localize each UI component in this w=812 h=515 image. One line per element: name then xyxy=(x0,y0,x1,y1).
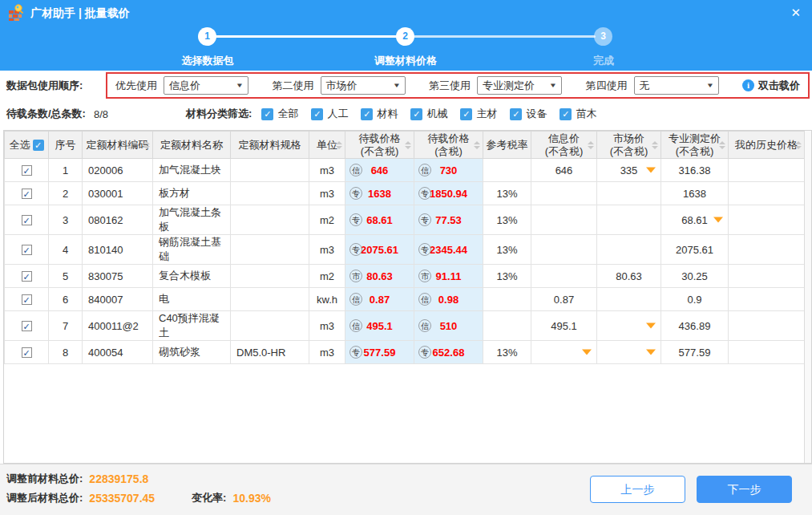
category-checkbox-item[interactable]: ✓全部 xyxy=(261,107,298,121)
pending-price-cell[interactable]: 专68.61 xyxy=(345,205,414,235)
price-option-cell[interactable] xyxy=(597,341,661,364)
price-option-cell[interactable] xyxy=(531,265,597,288)
row-select-cell[interactable]: ✓ xyxy=(5,265,49,288)
checkbox-checked-icon[interactable]: ✓ xyxy=(33,140,44,151)
priority-1-select[interactable]: 信息价 ▼ xyxy=(164,76,248,95)
load-price-arrow-icon[interactable] xyxy=(646,168,656,173)
column-header-check[interactable]: 全选✓ xyxy=(5,132,49,159)
price-option-cell[interactable]: 577.59 xyxy=(661,341,729,364)
price-option-cell[interactable]: 80.63 xyxy=(597,265,661,288)
column-header-unit[interactable]: 单位 xyxy=(309,132,345,159)
vertical-scrollbar[interactable] xyxy=(804,131,811,463)
category-checkbox-item[interactable]: ✓机械 xyxy=(410,107,447,121)
price-option-cell[interactable]: 1638 xyxy=(661,182,729,205)
row-checkbox[interactable]: ✓ xyxy=(22,271,32,282)
column-header-tax[interactable]: 参考税率 xyxy=(483,132,531,159)
pending-price-cell[interactable]: 专577.59 xyxy=(345,341,414,364)
price-option-cell[interactable]: 30.25 xyxy=(661,265,729,288)
select-all[interactable]: 全选✓ xyxy=(10,139,44,152)
column-header-seq[interactable]: 序号 xyxy=(49,132,83,159)
row-checkbox[interactable]: ✓ xyxy=(22,165,32,176)
pending-price-cell[interactable]: 信646 xyxy=(345,159,414,182)
pending-price-cell[interactable]: 专1850.94 xyxy=(414,182,483,205)
sort-arrows-icon[interactable] xyxy=(652,141,658,149)
row-checkbox[interactable]: ✓ xyxy=(22,294,32,305)
checkbox-checked-icon[interactable]: ✓ xyxy=(311,108,323,120)
previous-step-button[interactable]: 上一步 xyxy=(590,476,685,503)
priority-2-select[interactable]: 市场价 ▼ xyxy=(321,76,406,95)
column-header-price_incl[interactable]: 待载价格 (含税) xyxy=(414,132,483,159)
column-header-history[interactable]: 我的历史价格 xyxy=(729,132,805,159)
column-header-price_excl[interactable]: 待载价格 (不含税) xyxy=(345,132,414,159)
load-price-arrow-icon[interactable] xyxy=(646,350,656,355)
checkbox-checked-icon[interactable]: ✓ xyxy=(361,108,373,120)
price-option-cell[interactable] xyxy=(531,235,597,265)
price-option-cell[interactable]: 335 xyxy=(597,159,661,182)
sort-arrows-icon[interactable] xyxy=(474,141,480,149)
pending-price-cell[interactable]: 专2075.61 xyxy=(345,235,414,265)
sort-arrows-icon[interactable] xyxy=(143,141,150,149)
next-step-button[interactable]: 下一步 xyxy=(697,476,792,503)
row-select-cell[interactable]: ✓ xyxy=(5,182,49,205)
row-checkbox[interactable]: ✓ xyxy=(22,245,32,255)
pending-price-cell[interactable]: 专1638 xyxy=(345,182,414,205)
price-option-cell[interactable]: 436.89 xyxy=(661,311,729,341)
price-option-cell[interactable] xyxy=(597,182,661,205)
price-option-cell[interactable]: 316.38 xyxy=(661,159,729,182)
category-checkbox-item[interactable]: ✓主材 xyxy=(460,107,497,121)
price-option-cell[interactable] xyxy=(597,235,661,265)
price-option-cell[interactable] xyxy=(597,311,661,341)
pending-price-cell[interactable]: 信0.87 xyxy=(345,288,414,311)
category-checkbox-item[interactable]: ✓人工 xyxy=(311,107,348,121)
sort-arrows-icon[interactable] xyxy=(405,141,411,149)
category-checkbox-item[interactable]: ✓材料 xyxy=(361,107,398,121)
row-checkbox[interactable]: ✓ xyxy=(22,321,32,331)
price-option-cell[interactable] xyxy=(531,182,597,205)
priority-4-select[interactable]: 无 ▼ xyxy=(634,76,719,95)
row-select-cell[interactable]: ✓ xyxy=(5,235,49,265)
category-checkbox-item[interactable]: ✓苗木 xyxy=(560,107,596,121)
category-checkbox-item[interactable]: ✓设备 xyxy=(510,107,547,121)
column-header-market[interactable]: 市场价 (不含税) xyxy=(597,132,661,159)
column-header-spec[interactable]: 定额材料规格 xyxy=(231,132,309,159)
pending-price-cell[interactable]: 专652.68 xyxy=(414,341,483,364)
pending-price-cell[interactable]: 信510 xyxy=(414,311,483,341)
close-icon[interactable]: ✕ xyxy=(790,6,801,20)
row-select-cell[interactable]: ✓ xyxy=(5,311,49,341)
price-option-cell[interactable]: 646 xyxy=(531,159,597,182)
sort-arrows-icon[interactable] xyxy=(795,141,802,149)
price-option-cell[interactable] xyxy=(597,205,661,235)
column-header-info[interactable]: 信息价 (不含税) xyxy=(531,132,597,159)
column-header-prof[interactable]: 专业测定价 (不含税) xyxy=(661,132,729,159)
row-select-cell[interactable]: ✓ xyxy=(5,205,49,235)
price-option-cell[interactable] xyxy=(531,341,597,364)
pending-price-cell[interactable]: 市91.11 xyxy=(414,265,483,288)
price-option-cell[interactable]: 2075.61 xyxy=(661,235,729,265)
price-option-cell[interactable]: 495.1 xyxy=(531,311,597,341)
pending-price-cell[interactable]: 专77.53 xyxy=(414,205,483,235)
load-price-arrow-icon[interactable] xyxy=(713,217,723,223)
load-price-arrow-icon[interactable] xyxy=(646,323,656,329)
checkbox-checked-icon[interactable]: ✓ xyxy=(410,108,422,120)
pending-price-cell[interactable]: 信0.98 xyxy=(414,288,483,311)
checkbox-checked-icon[interactable]: ✓ xyxy=(460,108,472,120)
row-checkbox[interactable]: ✓ xyxy=(22,189,32,199)
checkbox-checked-icon[interactable]: ✓ xyxy=(261,108,273,120)
sort-arrows-icon[interactable] xyxy=(588,141,594,149)
pending-price-cell[interactable]: 信495.1 xyxy=(345,311,414,341)
column-header-code[interactable]: 定额材料编码 xyxy=(83,132,153,159)
sort-arrows-icon[interactable] xyxy=(719,141,725,149)
row-checkbox[interactable]: ✓ xyxy=(22,347,32,358)
price-option-cell[interactable]: 68.61 xyxy=(661,205,729,235)
row-select-cell[interactable]: ✓ xyxy=(5,159,49,182)
pending-price-cell[interactable]: 市80.63 xyxy=(345,265,414,288)
pending-price-cell[interactable]: 信730 xyxy=(414,159,483,182)
row-select-cell[interactable]: ✓ xyxy=(5,288,49,311)
column-header-name[interactable]: 定额材料名称 xyxy=(153,132,231,159)
price-option-cell[interactable] xyxy=(531,205,597,235)
checkbox-checked-icon[interactable]: ✓ xyxy=(560,108,572,120)
pending-price-cell[interactable]: 专2345.44 xyxy=(414,235,483,265)
priority-3-select[interactable]: 专业测定价 ▼ xyxy=(477,76,562,95)
row-checkbox[interactable]: ✓ xyxy=(22,215,32,225)
price-option-cell[interactable]: 0.87 xyxy=(531,288,597,311)
